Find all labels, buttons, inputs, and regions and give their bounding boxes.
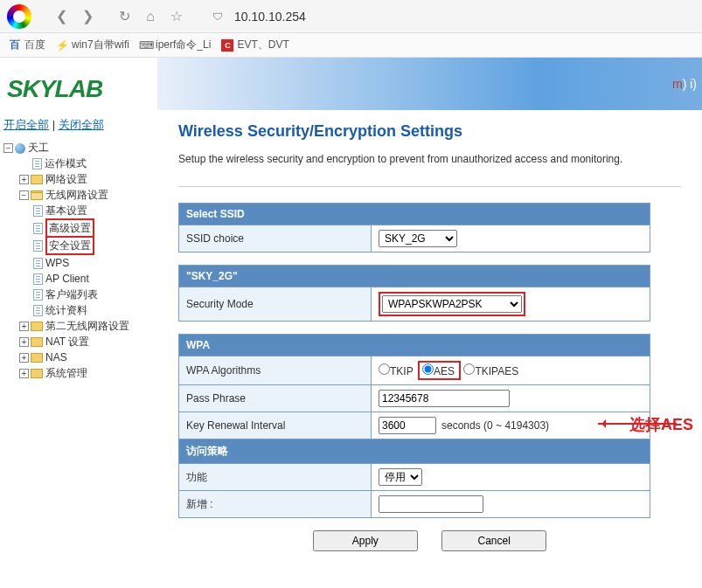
tree-net[interactable]: 网络设置 bbox=[45, 173, 87, 185]
sec-header: "SKY_2G" bbox=[179, 266, 650, 287]
bookmark-baidu[interactable]: 百百度 bbox=[9, 38, 45, 52]
page-icon bbox=[33, 240, 43, 252]
reload-button[interactable]: ↻ bbox=[114, 6, 135, 27]
aes-radio[interactable] bbox=[422, 363, 434, 375]
sec-label: Security Mode bbox=[179, 287, 372, 322]
lightning-icon: ⚡ bbox=[56, 39, 68, 52]
home-button[interactable]: ⌂ bbox=[140, 6, 161, 27]
folder-icon bbox=[31, 337, 43, 347]
tree-sys[interactable]: 系统管理 bbox=[45, 367, 87, 379]
tkip-label: TKIP bbox=[390, 365, 414, 377]
globe-icon bbox=[15, 143, 25, 154]
aes-label: AES bbox=[434, 365, 455, 377]
security-table: "SKY_2G" Security Mode WPAPSKWPA2PSK bbox=[178, 265, 650, 322]
browser-logo-icon bbox=[7, 4, 31, 29]
tree-nas[interactable]: NAS bbox=[45, 351, 67, 363]
tree-wlan2[interactable]: 第二无线网路设置 bbox=[45, 320, 129, 332]
ssid-label: SSID choice bbox=[179, 225, 372, 252]
close-all-link[interactable]: 关闭全部 bbox=[59, 118, 104, 131]
page-icon bbox=[33, 205, 43, 217]
tree-wlan-sec[interactable]: 安全设置 bbox=[49, 239, 91, 252]
folder-icon bbox=[31, 322, 43, 331]
folder-open-icon bbox=[31, 190, 43, 200]
wpa-table: WPA WPA Algorithms TKIP AES TKIPAES Pass… bbox=[178, 334, 650, 518]
star-button[interactable]: ☆ bbox=[166, 6, 187, 27]
expand-icon[interactable]: + bbox=[19, 369, 29, 378]
url-text[interactable]: 10.10.10.254 bbox=[234, 10, 306, 24]
page-icon bbox=[33, 223, 43, 234]
tree-opmode[interactable]: 运作模式 bbox=[45, 157, 87, 169]
banner: m) i) bbox=[157, 58, 702, 110]
bookmark-win7wifi[interactable]: ⚡win7自带wifi bbox=[56, 38, 129, 52]
bookmark-iperf[interactable]: ⌨iperf命令_Li bbox=[140, 38, 211, 52]
pass-label: Pass Phrase bbox=[179, 385, 372, 412]
open-all-link[interactable]: 开启全部 bbox=[3, 118, 49, 131]
policy-header: 访问策略 bbox=[179, 439, 650, 464]
folder-icon bbox=[31, 175, 43, 184]
collapse-icon[interactable]: − bbox=[19, 190, 29, 200]
expand-icon[interactable]: + bbox=[19, 322, 29, 331]
banner-right-text: m) i) bbox=[672, 77, 697, 91]
tree-nat[interactable]: NAT 设置 bbox=[45, 336, 89, 348]
tree-wlan-ap[interactable]: AP Client bbox=[45, 273, 89, 285]
ssid-select[interactable]: SKY_2G bbox=[379, 230, 457, 247]
folder-icon bbox=[31, 353, 43, 363]
page-icon bbox=[33, 305, 43, 316]
c-icon: C bbox=[221, 39, 233, 52]
browser-toolbar: ❮ ❯ ↻ ⌂ ☆ 🛡 10.10.10.254 bbox=[0, 0, 702, 33]
shield-icon: 🛡 bbox=[210, 9, 226, 24]
cmd-icon: ⌨ bbox=[140, 39, 152, 52]
page-title: Wireless Security/Encryption Settings bbox=[178, 122, 681, 141]
brand-logo: SKYLAB bbox=[7, 75, 102, 103]
key-renewal-input[interactable] bbox=[379, 417, 436, 434]
passphrase-input[interactable] bbox=[379, 390, 510, 407]
policy-func-label: 功能 bbox=[179, 464, 372, 491]
page-icon bbox=[33, 258, 43, 269]
renew-suffix: seconds (0 ~ 4194303) bbox=[441, 419, 549, 432]
renew-label: Key Renewal Interval bbox=[179, 412, 372, 439]
ssid-header: Select SSID bbox=[179, 204, 650, 225]
policy-func-select[interactable]: 停用 bbox=[379, 468, 422, 486]
ssid-table: Select SSID SSID choice SKY_2G bbox=[178, 203, 650, 252]
tree-wlan-basic[interactable]: 基本设置 bbox=[45, 204, 87, 217]
page-icon bbox=[32, 158, 42, 169]
expand-icon[interactable]: + bbox=[19, 175, 29, 184]
page-icon bbox=[33, 273, 43, 285]
back-button[interactable]: ❮ bbox=[51, 6, 72, 27]
tree-wlan-clients[interactable]: 客户端列表 bbox=[45, 288, 98, 301]
tkipaes-label: TKIPAES bbox=[475, 365, 518, 377]
tree-wlan-adv[interactable]: 高级设置 bbox=[49, 222, 91, 234]
tree-wlan-stats[interactable]: 统计资料 bbox=[45, 304, 87, 316]
apply-button[interactable]: Apply bbox=[313, 530, 418, 551]
forward-button[interactable]: ❯ bbox=[77, 6, 98, 27]
tkip-radio[interactable] bbox=[379, 363, 390, 375]
security-mode-select[interactable]: WPAPSKWPA2PSK bbox=[382, 295, 522, 313]
wpa-algo-label: WPA Algorithms bbox=[179, 356, 372, 385]
page-icon bbox=[33, 289, 43, 301]
cancel-button[interactable]: Cancel bbox=[441, 530, 546, 551]
policy-add-label: 新增 : bbox=[179, 491, 372, 518]
policy-add-input[interactable] bbox=[379, 495, 483, 513]
expand-icon[interactable]: + bbox=[19, 353, 29, 363]
tree-controls: 开启全部 | 关闭全部 bbox=[3, 117, 154, 133]
folder-icon bbox=[31, 369, 43, 378]
tree-wlan-wps[interactable]: WPS bbox=[45, 257, 69, 269]
baidu-icon: 百 bbox=[9, 39, 21, 52]
tkipaes-radio[interactable] bbox=[463, 363, 475, 375]
collapse-icon[interactable]: − bbox=[3, 143, 13, 153]
tree-root[interactable]: 天工 bbox=[28, 142, 49, 154]
tree-wlan[interactable]: 无线网路设置 bbox=[45, 189, 108, 201]
divider bbox=[178, 186, 681, 187]
expand-icon[interactable]: + bbox=[19, 337, 29, 347]
main-panel: m) i) Wireless Security/Encryption Setti… bbox=[157, 58, 702, 564]
wpa-header: WPA bbox=[179, 335, 650, 356]
sidebar: SKYLAB 开启全部 | 关闭全部 −天工 运作模式 +网络设置 −无线网路设… bbox=[0, 58, 157, 564]
bookmark-evt[interactable]: CEVT、DVT bbox=[221, 38, 288, 52]
page-desc: Setup the wireless security and encrypti… bbox=[178, 153, 681, 165]
bookmark-bar: 百百度 ⚡win7自带wifi ⌨iperf命令_Li CEVT、DVT bbox=[0, 33, 702, 58]
